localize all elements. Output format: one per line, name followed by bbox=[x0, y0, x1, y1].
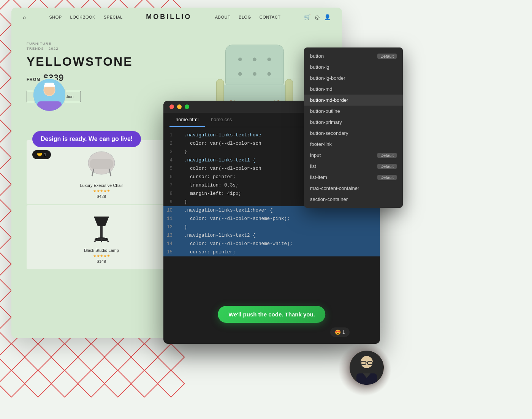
nav-links-right: ABOUT BLOG CONTACT bbox=[215, 15, 281, 19]
hero-title: YELLOWSTONE bbox=[27, 55, 182, 69]
dropdown-item-list[interactable]: list Default bbox=[304, 161, 403, 172]
line-number-11: 11 bbox=[163, 215, 179, 223]
nav-contact: CONTACT bbox=[260, 15, 281, 19]
nav-lookbook: LOOKBOOK bbox=[70, 15, 95, 19]
lamp-product-svg bbox=[82, 213, 120, 243]
dropdown-label-list-item: list-item bbox=[310, 174, 327, 180]
dropdown-label-button-primary: button-primary bbox=[310, 119, 342, 125]
svg-rect-126 bbox=[90, 159, 113, 169]
line-content-14: color: var(--dl-color-scheme-white); bbox=[179, 240, 380, 248]
product-card-1: Luxury Executive Chair ★★★★★ $429 bbox=[27, 140, 176, 204]
account-icon: 👤 bbox=[324, 14, 331, 20]
dropdown-label-button-lg-border: button-lg-border bbox=[310, 75, 345, 81]
line-number-12: 12 bbox=[163, 223, 179, 231]
dropdown-item-footer-link[interactable]: footer-link bbox=[304, 139, 403, 150]
product-stars-3: ★★★★★ bbox=[32, 254, 171, 258]
site-logo: MOBILLIO bbox=[146, 13, 192, 21]
product-stars-1: ★★★★★ bbox=[32, 189, 171, 193]
svg-rect-135 bbox=[100, 226, 103, 239]
svg-rect-91 bbox=[0, 344, 25, 371]
line-number-3: 3 bbox=[163, 148, 179, 156]
scene: ⌕ SHOP LOOKBOOK SPECIAL MOBILLIO ABOUT B… bbox=[0, 0, 532, 419]
dropdown-label-footer-link: footer-link bbox=[310, 141, 332, 147]
code-line-11: 11 color: var(--dl-color-scheme-pink); bbox=[163, 215, 380, 223]
svg-rect-104 bbox=[158, 370, 185, 397]
tab-html[interactable]: home.html bbox=[169, 113, 205, 127]
dropdown-badge-list-item: Default bbox=[377, 175, 397, 180]
avatar-hero bbox=[32, 78, 66, 112]
dropdown-label-button-lg: button-lg bbox=[310, 64, 329, 70]
svg-rect-105 bbox=[225, 45, 283, 89]
line-number-13: 13 bbox=[163, 232, 179, 239]
product-name-1: Luxury Executive Chair bbox=[32, 183, 171, 188]
svg-rect-113 bbox=[217, 79, 224, 103]
dropdown-item-button-lg-border[interactable]: button-lg-border bbox=[304, 73, 403, 84]
line-number-15: 15 bbox=[163, 248, 179, 256]
line-number-6: 6 bbox=[163, 173, 179, 181]
svg-rect-93 bbox=[51, 344, 78, 371]
dropdown-item-button-outline[interactable]: button-outline bbox=[304, 106, 403, 117]
line-number-8: 8 bbox=[163, 190, 179, 198]
dropdown-item-button-secondary[interactable]: button-secondary bbox=[304, 128, 403, 139]
line-number-1: 1 bbox=[163, 131, 179, 139]
line-content-10: .navigation-links-text1:hover { bbox=[179, 207, 380, 214]
nav-special: SPECIAL bbox=[104, 15, 123, 19]
svg-rect-95 bbox=[104, 344, 131, 371]
website-nav: ⌕ SHOP LOOKBOOK SPECIAL MOBILLIO ABOUT B… bbox=[11, 8, 342, 26]
search-icon: ⌕ bbox=[23, 14, 26, 20]
dropdown-label-button-outline: button-outline bbox=[310, 108, 340, 114]
dropdown-label-section-container: section-container bbox=[310, 196, 348, 202]
person-avatar-svg bbox=[33, 79, 65, 111]
chair-product-svg-1 bbox=[82, 148, 120, 178]
person-avatar-svg-2 bbox=[350, 351, 384, 385]
dropdown-label-button-md-border: button-md-border bbox=[310, 97, 348, 103]
dropdown-item-button-md-border[interactable]: button-md-border bbox=[304, 95, 403, 106]
nav-links-left: SHOP LOOKBOOK SPECIAL bbox=[49, 15, 123, 19]
nav-icons: 🛒 ◎ 👤 bbox=[304, 14, 331, 20]
svg-point-106 bbox=[238, 58, 242, 62]
line-number-10: 10 bbox=[163, 207, 179, 214]
nav-blog: BLOG bbox=[239, 15, 251, 19]
svg-marker-134 bbox=[94, 217, 109, 226]
dropdown-label-max-content-container: max-content-container bbox=[310, 185, 359, 191]
dropdown-label-list: list bbox=[310, 163, 316, 169]
line-number-9: 9 bbox=[163, 198, 179, 206]
product-price-3: $149 bbox=[32, 259, 171, 264]
user-icon: ◎ bbox=[315, 14, 320, 20]
line-content-13: .navigation-links-text2 { bbox=[179, 232, 380, 239]
close-dot[interactable] bbox=[169, 104, 174, 109]
code-line-13: 13 .navigation-links-text2 { bbox=[163, 231, 380, 240]
dropdown-item-input[interactable]: input Default bbox=[304, 150, 403, 161]
line-content-11: color: var(--dl-color-scheme-pink); bbox=[179, 215, 380, 223]
dropdown-item-button-lg[interactable]: button-lg bbox=[304, 62, 403, 73]
dropdown-item-button-primary[interactable]: button-primary bbox=[304, 117, 403, 128]
svg-rect-102 bbox=[104, 370, 131, 397]
tab-css[interactable]: home.css bbox=[205, 113, 238, 127]
editor-reaction-badge: 😍 1 bbox=[330, 327, 350, 337]
product-image-1 bbox=[32, 146, 171, 180]
product-price-1: $429 bbox=[32, 194, 171, 199]
minimize-dot[interactable] bbox=[177, 104, 182, 109]
line-number-4: 4 bbox=[163, 157, 179, 164]
dropdown-badge-list: Default bbox=[377, 164, 397, 169]
svg-rect-99 bbox=[25, 370, 52, 397]
dropdown-item-button[interactable]: button Default bbox=[304, 51, 403, 62]
dropdown-item-max-content-container[interactable]: max-content-container bbox=[304, 183, 403, 194]
svg-point-107 bbox=[253, 58, 256, 62]
svg-rect-96 bbox=[131, 344, 158, 371]
svg-rect-112 bbox=[220, 85, 289, 101]
product-name-3: Black Studio Lamp bbox=[32, 248, 171, 253]
dropdown-item-button-md[interactable]: button-md bbox=[304, 84, 403, 95]
line-content-15: cursor: pointer; bbox=[179, 248, 380, 256]
dropdown-badge-input: Default bbox=[377, 153, 397, 158]
dropdown-item-section-container[interactable]: section-container bbox=[304, 194, 403, 205]
nav-about: ABOUT bbox=[215, 15, 230, 19]
dropdown-label-input: input bbox=[310, 152, 321, 158]
product-card-3: Black Studio Lamp ★★★★★ $149 bbox=[27, 205, 176, 269]
svg-point-146 bbox=[361, 356, 373, 368]
fullscreen-dot[interactable] bbox=[185, 104, 189, 109]
dropdown-item-list-item[interactable]: list-item Default bbox=[304, 172, 403, 183]
svg-rect-100 bbox=[51, 370, 78, 397]
svg-rect-101 bbox=[78, 370, 105, 397]
svg-point-108 bbox=[267, 58, 271, 62]
